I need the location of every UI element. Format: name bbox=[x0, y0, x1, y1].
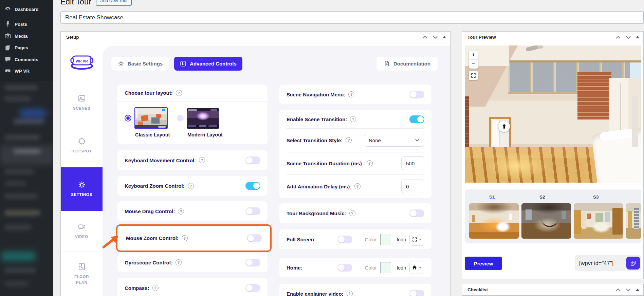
sidebar-item-label: Comments bbox=[15, 57, 38, 62]
radio-modern-layout[interactable] bbox=[177, 115, 184, 122]
zoom-controls: + − bbox=[469, 51, 478, 69]
checklist-panel: Checklist bbox=[462, 284, 644, 296]
panorama-viewport[interactable]: + − bbox=[465, 45, 641, 183]
animation-delay-input[interactable] bbox=[401, 180, 424, 193]
modern-layout-thumbnail[interactable] bbox=[187, 108, 219, 129]
target-icon bbox=[78, 137, 86, 145]
gear-icon bbox=[78, 181, 86, 189]
move-down-icon[interactable] bbox=[433, 35, 438, 39]
move-up-icon[interactable] bbox=[422, 35, 428, 39]
tab-basic-settings[interactable]: Basic Settings bbox=[111, 57, 169, 71]
help-icon[interactable] bbox=[348, 91, 354, 97]
hotspot-up-arrow[interactable] bbox=[498, 121, 510, 132]
compass-card: Compass: bbox=[117, 278, 268, 296]
shortcode-pill: [wpvr id="47"] bbox=[575, 255, 641, 271]
scene-navigation-card: Scene Navigation Menu: bbox=[279, 85, 431, 104]
fullscreen-button[interactable] bbox=[469, 71, 478, 80]
checklist-title: Checklist bbox=[467, 287, 488, 292]
tour-preview-title: Tour Preview bbox=[467, 35, 496, 40]
zoom-in-button[interactable]: + bbox=[469, 51, 478, 60]
help-icon[interactable] bbox=[350, 116, 356, 122]
sidebar-item-comments[interactable]: Comments bbox=[0, 54, 53, 65]
help-icon[interactable] bbox=[347, 291, 353, 296]
help-icon[interactable] bbox=[367, 160, 373, 166]
help-icon[interactable] bbox=[152, 285, 159, 291]
preview-button[interactable]: Preview bbox=[465, 257, 502, 270]
document-icon bbox=[384, 60, 390, 67]
toggle-explainer-video[interactable] bbox=[409, 290, 424, 296]
toggle-mouse-zoom[interactable] bbox=[247, 234, 262, 242]
collapse-toggle-icon[interactable] bbox=[636, 36, 639, 38]
collapse-toggle-icon[interactable] bbox=[636, 289, 639, 291]
help-icon[interactable] bbox=[176, 259, 182, 265]
classic-layout-thumbnail[interactable] bbox=[134, 107, 168, 129]
copy-shortcode-button[interactable] bbox=[626, 257, 640, 270]
help-icon[interactable] bbox=[346, 137, 352, 143]
toggle-keyboard-movement[interactable] bbox=[245, 156, 260, 164]
tab-settings[interactable]: SETTINGS bbox=[61, 167, 103, 211]
tab-hotspot[interactable]: HOTSPOT bbox=[61, 124, 103, 168]
toggle-gyroscope[interactable] bbox=[245, 259, 260, 266]
sidebar-item-pages[interactable]: Pages bbox=[0, 42, 53, 53]
transition-style-select[interactable]: None bbox=[364, 134, 424, 147]
help-icon[interactable] bbox=[354, 183, 361, 189]
tab-scenes[interactable]: SCENES bbox=[61, 82, 103, 124]
sidebar-item-dashboard[interactable]: Dashboard bbox=[0, 3, 53, 15]
sidebar-item-wpvr[interactable]: WP VR bbox=[0, 65, 53, 77]
transition-duration-input[interactable] bbox=[401, 156, 424, 170]
classic-layout-label: Classic Layout bbox=[135, 132, 170, 137]
move-up-icon[interactable] bbox=[615, 35, 621, 39]
move-down-icon[interactable] bbox=[626, 288, 631, 292]
scene-thumbnail-4[interactable] bbox=[626, 203, 641, 239]
home-icon-dropdown[interactable] bbox=[409, 261, 424, 274]
scene-thumbnail-1[interactable] bbox=[469, 203, 519, 239]
caret-down-icon bbox=[419, 267, 422, 269]
pushpin-icon bbox=[4, 21, 11, 27]
fullscreen-icon bbox=[412, 237, 417, 242]
scene-tab-s1[interactable]: S1 bbox=[489, 195, 495, 200]
collapse-toggle-icon[interactable] bbox=[443, 36, 446, 38]
tab-floor-plan[interactable]: FLOOR PLAN bbox=[61, 252, 103, 296]
move-down-icon[interactable] bbox=[626, 35, 631, 39]
help-icon[interactable] bbox=[199, 157, 205, 163]
sidebar-item-media[interactable]: Media bbox=[0, 30, 53, 42]
scene-tab-s2[interactable]: S2 bbox=[539, 195, 545, 200]
scene-thumbnail-2[interactable] bbox=[521, 203, 571, 239]
full-screen-icon-dropdown[interactable] bbox=[409, 233, 424, 246]
toggle-compass[interactable] bbox=[245, 284, 260, 292]
toggle-enable-transition[interactable] bbox=[409, 115, 424, 123]
caret-down-icon bbox=[419, 239, 422, 240]
chevron-down-icon bbox=[415, 138, 420, 142]
zoom-out-button[interactable]: − bbox=[469, 60, 478, 69]
comments-icon bbox=[4, 56, 11, 63]
sidebar-item-posts[interactable]: Posts bbox=[0, 18, 53, 30]
help-icon[interactable] bbox=[178, 208, 184, 215]
toggle-scene-navigation[interactable] bbox=[409, 91, 424, 98]
toggle-mouse-drag[interactable] bbox=[245, 207, 260, 215]
radio-classic-layout[interactable] bbox=[125, 115, 131, 122]
move-up-icon[interactable] bbox=[615, 288, 621, 292]
tour-title-input[interactable] bbox=[60, 11, 644, 24]
add-new-tour-button[interactable]: Add New Tour bbox=[96, 0, 132, 6]
full-screen-color-swatch[interactable] bbox=[380, 234, 391, 245]
help-icon[interactable] bbox=[182, 235, 188, 241]
home-color-swatch[interactable] bbox=[380, 262, 391, 273]
toggle-keyboard-zoom[interactable] bbox=[245, 182, 260, 190]
tab-advanced-controls[interactable]: Advanced Controls bbox=[174, 57, 242, 71]
help-icon[interactable] bbox=[188, 183, 194, 189]
gyroscope-card: Gyroscope Control: bbox=[117, 253, 268, 272]
shortcode-text: [wpvr id="47"] bbox=[579, 260, 613, 266]
help-icon[interactable] bbox=[349, 210, 355, 216]
toggle-background-music[interactable] bbox=[409, 209, 424, 217]
video-camera-icon bbox=[78, 223, 86, 231]
help-icon[interactable] bbox=[176, 90, 182, 96]
documentation-button[interactable]: Documentation bbox=[376, 57, 438, 71]
scene-thumbnail-3[interactable] bbox=[574, 203, 623, 239]
mouse-zoom-card-highlighted: Mouse Zoom Control: bbox=[116, 224, 272, 252]
toggle-full-screen[interactable] bbox=[337, 236, 352, 243]
toggle-home[interactable] bbox=[337, 264, 352, 272]
tab-video[interactable]: VIDEO bbox=[61, 211, 103, 252]
scene-tab-s3[interactable]: S3 bbox=[593, 195, 599, 200]
setup-panel-header: Setup bbox=[61, 32, 450, 43]
scene-transition-card: Enable Scene Transition: Select Transiti… bbox=[279, 110, 431, 198]
